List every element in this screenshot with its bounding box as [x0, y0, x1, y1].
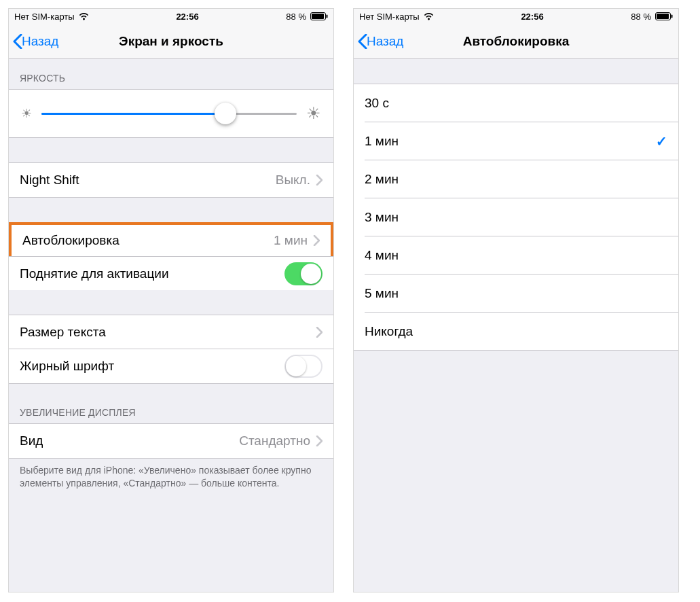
text-size-label: Размер текста: [20, 325, 106, 340]
status-bar: Нет SIM-карты 22:56 88 %: [9, 9, 333, 24]
section-header-brightness: ЯРКОСТЬ: [9, 59, 333, 89]
back-label: Назад: [367, 34, 403, 49]
wifi-icon: [79, 13, 89, 20]
battery-icon: [310, 12, 328, 20]
section-header-display-zoom: УВЕЛИЧЕНИЕ ДИСПЛЕЯ: [9, 384, 333, 423]
sun-low-icon: ☀︎: [21, 106, 32, 121]
view-value: Стандартно: [239, 433, 310, 448]
nav-bar: Назад Экран и яркость: [9, 24, 333, 59]
option-label: 5 мин: [365, 286, 399, 301]
wifi-icon: [424, 13, 434, 20]
autolock-options: 30 с1 мин✓2 мин3 мин4 мин5 минНикогда: [354, 84, 678, 351]
svg-rect-5: [671, 15, 673, 18]
autolock-option[interactable]: 1 мин✓: [354, 122, 678, 160]
option-label: 30 с: [365, 96, 389, 111]
back-button[interactable]: Назад: [9, 34, 58, 49]
slider-thumb[interactable]: [215, 103, 236, 124]
chevron-right-icon: [316, 327, 323, 338]
autolock-option[interactable]: 5 мин: [354, 275, 678, 312]
battery-icon: [655, 12, 673, 20]
status-battery-text: 88 %: [631, 12, 651, 22]
brightness-slider-cell: ☀︎ ☀︎: [9, 90, 333, 137]
autolock-option[interactable]: 3 мин: [354, 198, 678, 236]
bold-text-label: Жирный шрифт: [20, 359, 114, 374]
autolock-value: 1 мин: [274, 233, 308, 248]
autolock-row[interactable]: Автоблокировка 1 мин: [9, 222, 333, 256]
autolock-option[interactable]: Никогда: [354, 313, 678, 350]
nav-bar: Назад Автоблокировка: [354, 24, 678, 59]
status-time: 22:56: [176, 12, 198, 22]
back-button[interactable]: Назад: [354, 34, 403, 49]
autolock-label: Автоблокировка: [22, 233, 119, 248]
raise-to-wake-row: Поднятие для активации: [9, 256, 333, 290]
svg-rect-2: [327, 15, 328, 18]
back-label: Назад: [22, 34, 58, 49]
chevron-left-icon: [358, 34, 367, 49]
chevron-right-icon: [313, 235, 320, 246]
option-label: Никогда: [365, 324, 413, 339]
brightness-slider[interactable]: [41, 113, 297, 115]
screen-autolock: Нет SIM-карты 22:56 88 % Назад Автоблоки…: [353, 8, 679, 592]
bold-text-toggle[interactable]: [284, 355, 323, 378]
autolock-option[interactable]: 2 мин: [354, 160, 678, 198]
chevron-left-icon: [13, 34, 22, 49]
display-zoom-footer: Выберите вид для iPhone: «Увеличено» пок…: [9, 459, 333, 501]
chevron-right-icon: [316, 436, 323, 446]
night-shift-value: Выкл.: [276, 173, 310, 188]
option-label: 2 мин: [365, 172, 399, 187]
status-carrier: Нет SIM-карты: [14, 12, 75, 22]
night-shift-label: Night Shift: [20, 173, 79, 188]
svg-rect-4: [657, 14, 669, 19]
view-row[interactable]: Вид Стандартно: [9, 424, 333, 458]
status-carrier: Нет SIM-карты: [359, 12, 420, 22]
svg-rect-1: [312, 14, 324, 19]
checkmark-icon: ✓: [656, 133, 667, 149]
option-label: 1 мин: [365, 134, 399, 149]
text-size-row[interactable]: Размер текста: [9, 315, 333, 349]
night-shift-row[interactable]: Night Shift Выкл.: [9, 163, 333, 197]
autolock-option[interactable]: 4 мин: [354, 236, 678, 274]
sun-high-icon: ☀︎: [306, 104, 321, 123]
raise-to-wake-toggle[interactable]: [284, 262, 323, 285]
status-time: 22:56: [521, 12, 543, 22]
status-bar: Нет SIM-карты 22:56 88 %: [354, 9, 678, 24]
status-battery-text: 88 %: [286, 12, 306, 22]
chevron-right-icon: [316, 175, 323, 185]
view-label: Вид: [20, 433, 43, 448]
autolock-option[interactable]: 30 с: [354, 84, 678, 122]
screen-display-brightness: Нет SIM-карты 22:56 88 % Назад Экран и я…: [8, 8, 334, 592]
bold-text-row: Жирный шрифт: [9, 349, 333, 383]
option-label: 4 мин: [365, 248, 399, 263]
raise-to-wake-label: Поднятие для активации: [20, 266, 169, 281]
option-label: 3 мин: [365, 210, 399, 225]
